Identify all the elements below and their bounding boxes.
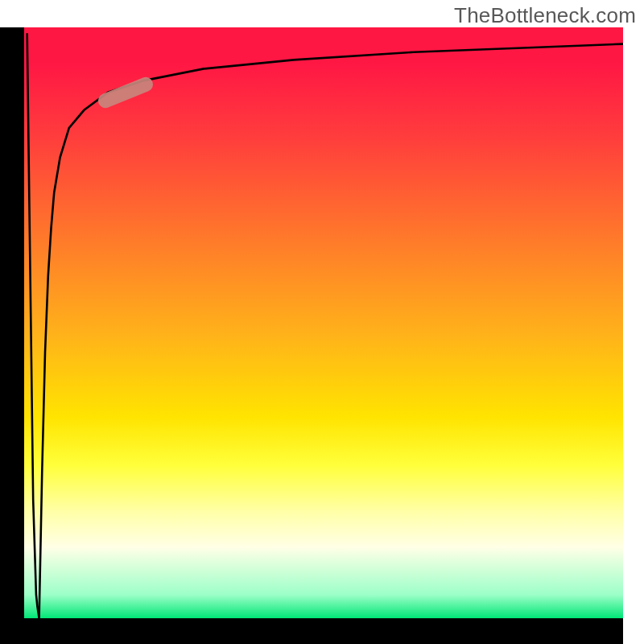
site-watermark: TheBottleneck.com <box>454 3 636 28</box>
plot-background-gradient <box>24 27 623 618</box>
y-axis <box>0 27 24 618</box>
x-axis <box>0 618 623 644</box>
chart-frame: TheBottleneck.com <box>0 0 644 644</box>
